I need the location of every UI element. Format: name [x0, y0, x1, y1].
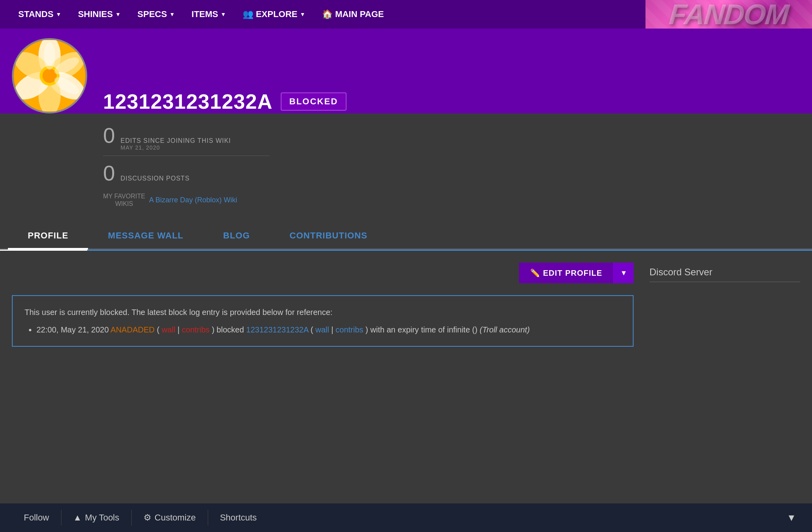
profile-stats-section: 0 EDITS SINCE JOINING THIS WIKI MAY 21, … — [0, 113, 812, 207]
blocked-badge: BLOCKED — [281, 92, 347, 111]
nav-specs-label: SPECS — [138, 9, 167, 19]
my-tools-label: My Tools — [85, 513, 119, 523]
tabs-bar: PROFILE MESSAGE WALL BLOG CONTRIBUTIONS — [0, 223, 812, 250]
fandom-logo-text: FANDOM — [668, 0, 789, 29]
nav-shinies[interactable]: SHINIES ▼ — [72, 6, 127, 23]
blocked-wall-link[interactable]: wall — [315, 325, 329, 334]
main-content: ✏️ EDIT PROFILE ▼ This user is currently… — [12, 263, 634, 347]
nav-explore[interactable]: 👥 EXPLORE ▼ — [236, 6, 312, 23]
follow-button[interactable]: Follow — [12, 503, 61, 532]
discussions-count: 0 — [103, 161, 115, 185]
blocked-user-link[interactable]: 1231231231232A — [246, 325, 308, 334]
bottom-bar: Follow ▲ My Tools ⚙ Customize Shortcuts … — [0, 503, 812, 532]
username: 1231231231232A — [103, 90, 273, 113]
svg-point-9 — [44, 42, 55, 70]
block-timestamp: 22:00, May 21, 2020 — [36, 325, 109, 334]
edits-count: 0 — [103, 123, 115, 148]
favorite-wikis-section: MY FAVORITEWIKIS A Bizarre Day (Roblox) … — [103, 192, 800, 207]
blocker-contribs-link[interactable]: contribs — [182, 325, 210, 334]
nav-stands[interactable]: STANDS ▼ — [12, 6, 68, 23]
space: ( — [310, 325, 313, 334]
stats-container: 0 EDITS SINCE JOINING THIS WIKI MAY 21, … — [12, 123, 800, 207]
customize-label: Customize — [155, 513, 196, 523]
nav-main-page[interactable]: 🏠 MAIN PAGE — [316, 6, 390, 23]
edit-profile-dropdown-button[interactable]: ▼ — [613, 263, 634, 283]
edits-label: EDITS SINCE JOINING THIS WIKI — [121, 137, 231, 144]
sidebar-right: Discord Server — [649, 263, 800, 347]
nav-shinies-label: SHINIES — [78, 9, 113, 19]
separator2: | — [331, 325, 336, 334]
fandom-logo: FANDOM — [645, 0, 812, 29]
tab-contributions[interactable]: CONTRIBUTIONS — [270, 223, 387, 248]
nav-explore-label: EXPLORE — [256, 9, 297, 19]
discord-divider — [649, 282, 800, 282]
nav-items[interactable]: ITEMS ▼ — [185, 6, 232, 23]
explore-icon: 👥 — [243, 9, 253, 19]
profile-header: 1231231231232A BLOCKED — [0, 29, 812, 113]
suffix: ) — [366, 325, 370, 334]
chevron-down-icon: ▼ — [169, 11, 175, 17]
profile-info: 1231231231232A BLOCKED — [103, 90, 347, 113]
gear-icon: ⚙ — [144, 513, 151, 523]
space: ( — [157, 325, 160, 334]
blocked-text: blocked — [216, 325, 244, 334]
block-suffix: with an expiry time of infinite () — [370, 325, 477, 334]
username-area: 1231231231232A BLOCKED — [103, 90, 347, 113]
edits-stat-row: 0 EDITS SINCE JOINING THIS WIKI MAY 21, … — [103, 123, 800, 151]
home-icon: 🏠 — [322, 9, 333, 19]
customize-button[interactable]: ⚙ Customize — [132, 503, 208, 532]
shortcuts-button[interactable]: Shortcuts — [208, 503, 269, 532]
block-notice: This user is currently blocked. The late… — [12, 295, 634, 347]
chevron-down-icon: ▼ — [220, 11, 226, 17]
blocker-wall-link[interactable]: wall — [162, 325, 175, 334]
discussions-label: DISCUSSION POSTS — [121, 175, 190, 182]
avatar — [12, 38, 87, 113]
favorite-wiki-link[interactable]: A Bizarre Day (Roblox) Wiki — [149, 196, 237, 204]
chevron-down-icon: ▼ — [115, 11, 121, 17]
chevron-down-icon: ▼ — [56, 11, 61, 17]
favorite-wikis-label: MY FAVORITEWIKIS — [103, 192, 145, 207]
block-notice-intro: This user is currently blocked. The late… — [25, 308, 333, 317]
edit-profile-button[interactable]: ✏️ EDIT PROFILE — [519, 263, 613, 283]
tab-blog[interactable]: BLOG — [203, 223, 270, 248]
discord-title: Discord Server — [649, 267, 800, 278]
up-arrow-icon: ▲ — [73, 513, 82, 523]
shortcuts-label: Shortcuts — [220, 513, 257, 523]
edit-profile-section: ✏️ EDIT PROFILE ▼ — [12, 263, 634, 283]
chevron-down-icon: ▼ — [300, 11, 305, 17]
tab-message-wall[interactable]: MESSAGE WALL — [88, 223, 203, 248]
collapse-button[interactable]: ▼ — [779, 508, 804, 527]
blocker-name[interactable]: ANADADED — [111, 325, 155, 334]
stat-divider — [103, 156, 270, 156]
discord-section: Discord Server — [649, 263, 800, 290]
edits-date: MAY 21, 2020 — [121, 144, 231, 151]
tab-profile[interactable]: PROFILE — [8, 223, 88, 250]
tabs-section: PROFILE MESSAGE WALL BLOG CONTRIBUTIONS — [0, 211, 812, 251]
follow-label: Follow — [24, 513, 49, 523]
edits-label-group: EDITS SINCE JOINING THIS WIKI MAY 21, 20… — [121, 137, 231, 151]
block-notice-list: 22:00, May 21, 2020 ANADADED ( wall | co… — [36, 323, 621, 336]
discussions-stat-row: 0 DISCUSSION POSTS — [103, 161, 800, 185]
block-reason: (Troll account) — [480, 325, 530, 334]
avatar-image — [14, 40, 85, 111]
nav-stands-label: STANDS — [18, 9, 54, 19]
nav-items-label: ITEMS — [192, 9, 218, 19]
top-navigation: STANDS ▼ SHINIES ▼ SPECS ▼ ITEMS ▼ 👥 EXP… — [0, 0, 812, 29]
content-area: ✏️ EDIT PROFILE ▼ This user is currently… — [0, 251, 812, 359]
my-tools-button[interactable]: ▲ My Tools — [61, 503, 131, 532]
bottom-bar-right: ▼ — [779, 508, 804, 527]
nav-specs[interactable]: SPECS ▼ — [131, 6, 181, 23]
close-paren: ) — [212, 325, 216, 334]
blocked-contribs-link[interactable]: contribs — [335, 325, 363, 334]
separator: | — [178, 325, 182, 334]
block-notice-entry: 22:00, May 21, 2020 ANADADED ( wall | co… — [36, 323, 621, 336]
nav-main-page-label: MAIN PAGE — [335, 9, 384, 19]
